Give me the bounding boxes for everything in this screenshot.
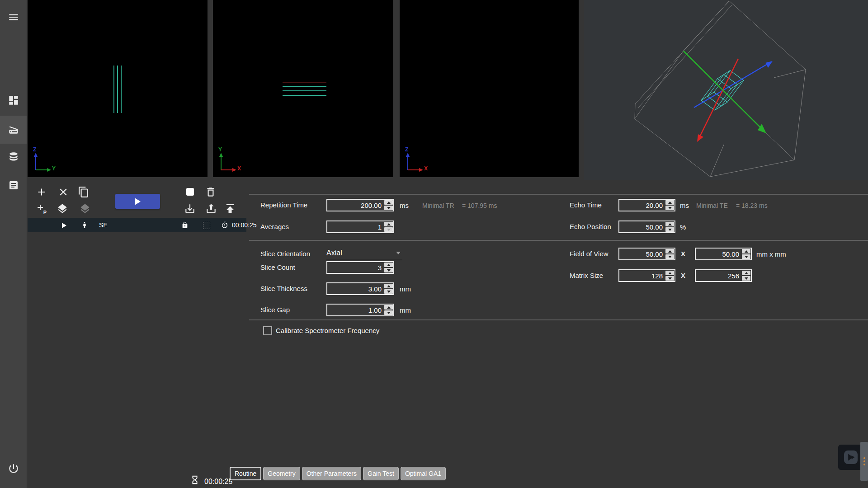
axis-label-horizontal: X — [237, 165, 241, 172]
matrix-y-field[interactable]: 256 — [695, 269, 752, 282]
axis-indicator — [402, 149, 426, 174]
matrix-y-spinner[interactable] — [741, 270, 751, 281]
matrix-y-value[interactable]: 256 — [696, 270, 741, 281]
selection-box-icon[interactable] — [203, 222, 210, 229]
power-button[interactable] — [0, 456, 27, 481]
viewport-zy[interactable]: Z Y — [28, 0, 208, 177]
tab-geometry[interactable]: Geometry — [263, 467, 300, 480]
slice-line — [283, 90, 326, 91]
menu-button[interactable] — [0, 5, 27, 30]
sequence-play-icon[interactable] — [62, 223, 66, 228]
stop-button[interactable] — [186, 188, 194, 196]
slice-line — [113, 66, 114, 113]
edge-handle[interactable] — [860, 442, 868, 481]
play-icon — [135, 198, 141, 205]
echo-position-unit: % — [680, 223, 686, 231]
section-separator — [249, 194, 868, 195]
mri-console-app: Z Y Y X Z X — [0, 0, 868, 488]
slice-gap-label: Slice Gap — [260, 305, 290, 314]
tab-other-parameters[interactable]: Other Parameters — [302, 467, 361, 480]
upload-button[interactable] — [205, 203, 217, 215]
slice-orientation-dropdown[interactable]: Axial — [326, 246, 402, 260]
slice-gap-value[interactable]: 1.00 — [327, 305, 384, 315]
delete-button[interactable] — [205, 186, 217, 198]
hamburger-icon — [8, 11, 19, 23]
slice-count-value[interactable]: 3 — [327, 262, 384, 273]
axis-indicator — [30, 149, 54, 174]
sidebar-item-news[interactable] — [0, 173, 27, 198]
fov-y-value[interactable]: 50.00 — [696, 249, 741, 259]
slice-count-spinner[interactable] — [384, 262, 393, 273]
lock-icon[interactable] — [181, 221, 189, 230]
sidebar-item-database[interactable] — [0, 145, 27, 170]
axis-label-horizontal: Y — [52, 165, 56, 172]
sequence-name: SE — [99, 221, 108, 229]
calibrate-checkbox[interactable] — [263, 326, 272, 335]
edit-layers-button[interactable] — [79, 203, 91, 215]
fov-x-spinner[interactable] — [665, 249, 675, 259]
slice-line — [283, 95, 326, 96]
add-button[interactable] — [36, 186, 47, 198]
repetition-time-spinner[interactable] — [384, 200, 393, 211]
layers-up-icon — [57, 203, 68, 215]
viewport-zx[interactable]: Z X — [400, 0, 579, 177]
database-icon — [8, 151, 19, 163]
averages-label: Averages — [260, 222, 289, 231]
echo-position-spinner[interactable] — [665, 221, 675, 232]
duplicate-button[interactable] — [78, 186, 90, 198]
slice-thickness-label: Slice Thickness — [260, 284, 307, 293]
averages-value[interactable]: 1 — [327, 221, 384, 232]
sequence-row[interactable]: SE 00:00:25 — [28, 218, 246, 232]
minimal-tr-value: = 107.95 ms — [462, 202, 497, 209]
matrix-x-spinner[interactable] — [665, 270, 675, 281]
viewport-yx[interactable]: Y X — [213, 0, 393, 177]
fov-x-field[interactable]: 50.00 — [618, 248, 675, 260]
matrix-separator: X — [681, 272, 685, 279]
download-button[interactable] — [184, 203, 196, 215]
slice-gap-spinner[interactable] — [384, 305, 393, 315]
echo-position-value[interactable]: 50.00 — [619, 221, 665, 232]
chevron-down-icon — [396, 252, 401, 254]
sidebar-item-scanner[interactable] — [0, 116, 27, 144]
sidebar-item-dashboard[interactable] — [0, 88, 27, 113]
remove-button[interactable] — [57, 186, 69, 198]
minimal-tr-label: Minimal TR — [422, 202, 454, 209]
fov-x-value[interactable]: 50.00 — [619, 249, 665, 259]
publish-icon — [224, 202, 236, 215]
matrix-x-field[interactable]: 128 — [618, 269, 675, 282]
export-layers-button[interactable] — [57, 203, 68, 215]
run-button[interactable] — [115, 194, 160, 209]
slice-line — [117, 66, 118, 113]
power-icon — [8, 463, 19, 474]
averages-field[interactable]: 1 — [326, 221, 394, 233]
slice-count-label: Slice Count — [260, 263, 295, 272]
upload-top-button[interactable] — [224, 202, 236, 215]
echo-time-spinner[interactable] — [665, 200, 675, 211]
slice-thickness-field[interactable]: 3.00 — [326, 282, 394, 295]
slice-thickness-spinner[interactable] — [384, 283, 393, 294]
averages-spinner[interactable] — [384, 221, 393, 232]
add-protocol-button[interactable]: P — [36, 203, 47, 215]
echo-time-value[interactable]: 20.00 — [619, 200, 665, 211]
repetition-time-value[interactable]: 200.00 — [327, 200, 384, 211]
trash-icon — [205, 186, 217, 198]
tab-optimal-ga1[interactable]: Optimal GA1 — [401, 467, 446, 480]
fov-y-spinner[interactable] — [741, 249, 751, 259]
minimal-te-label: Minimal TE — [696, 202, 728, 209]
tab-routine[interactable]: Routine — [230, 467, 261, 480]
tab-gain-test[interactable]: Gain Test — [363, 467, 399, 480]
overlay-widget-button[interactable] — [838, 445, 863, 470]
axis-label-vertical: Y — [218, 146, 222, 153]
slice-line — [283, 86, 326, 87]
slice-gap-field[interactable]: 1.00 — [326, 304, 394, 316]
section-separator — [249, 319, 868, 320]
slice-count-field[interactable]: 3 — [326, 261, 394, 274]
viewport-3d[interactable] — [584, 0, 868, 180]
echo-time-field[interactable]: 20.00 — [618, 199, 675, 211]
matrix-x-value[interactable]: 128 — [619, 270, 665, 281]
echo-position-field[interactable]: 50.00 — [618, 221, 675, 233]
slice-gap-unit: mm — [400, 306, 411, 314]
fov-y-field[interactable]: 50.00 — [695, 248, 752, 260]
repetition-time-field[interactable]: 200.00 — [326, 199, 394, 211]
slice-thickness-value[interactable]: 3.00 — [327, 283, 384, 294]
